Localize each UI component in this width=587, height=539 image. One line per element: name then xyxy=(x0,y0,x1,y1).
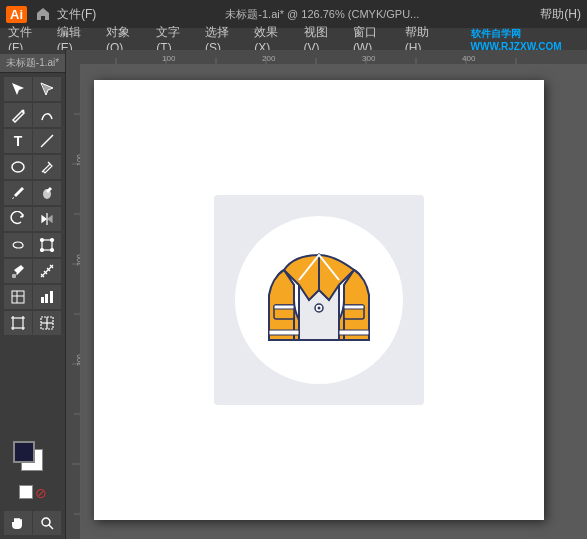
svg-rect-21 xyxy=(50,291,53,303)
rotate-tool[interactable] xyxy=(4,207,32,231)
svg-line-35 xyxy=(49,525,53,529)
eyedropper-tool[interactable] xyxy=(4,259,32,283)
artboard-content xyxy=(94,80,544,520)
hand-tool[interactable] xyxy=(4,511,32,535)
tool-row-9 xyxy=(4,285,61,309)
tool-row-6 xyxy=(4,207,61,231)
ellipse-tool[interactable] xyxy=(4,155,32,179)
svg-rect-63 xyxy=(269,330,299,335)
artboard xyxy=(94,80,544,520)
menu-bar: 文件(F) 编辑(E) 对象(O) 文字(T) 选择(S) 效果(X) 视图(V… xyxy=(0,28,587,50)
svg-rect-10 xyxy=(12,274,16,278)
svg-rect-36 xyxy=(66,50,587,64)
ai-logo: Ai xyxy=(6,6,27,23)
svg-line-1 xyxy=(41,135,53,147)
home-icon xyxy=(35,6,51,22)
tab-document[interactable]: 未标题-1.ai* xyxy=(6,57,59,68)
tool-row-4 xyxy=(4,155,61,179)
toolbar: 未标题-1.ai* T xyxy=(0,50,66,539)
svg-point-34 xyxy=(42,518,50,526)
svg-point-70 xyxy=(318,307,321,310)
foreground-color-swatch[interactable] xyxy=(13,441,35,463)
svg-point-8 xyxy=(41,249,44,252)
tool-row-8 xyxy=(4,259,61,283)
svg-rect-5 xyxy=(42,240,52,250)
svg-point-0 xyxy=(22,110,25,113)
color-area: ⊘ xyxy=(9,437,57,505)
svg-text:100: 100 xyxy=(162,54,176,63)
default-colors-icon[interactable] xyxy=(19,485,33,499)
svg-rect-68 xyxy=(344,305,364,309)
vest-circle xyxy=(235,216,403,384)
svg-rect-20 xyxy=(45,294,48,303)
chart-tool[interactable] xyxy=(33,285,61,309)
title-label: 未标题-1.ai* @ 126.76% (CMYK/GPU... xyxy=(104,7,540,22)
tool-row-3: T xyxy=(4,129,61,153)
tool-row-7 xyxy=(4,233,61,257)
svg-rect-66 xyxy=(274,305,294,309)
none-color-icon[interactable]: ⊘ xyxy=(35,485,47,501)
svg-text:300: 300 xyxy=(76,354,81,366)
svg-rect-64 xyxy=(339,330,369,335)
ruler-horizontal: 100 200 300 400 xyxy=(66,50,587,64)
svg-text:100: 100 xyxy=(76,154,81,166)
tab-area: 未标题-1.ai* xyxy=(0,54,65,73)
ruler-vertical: 100 200 300 xyxy=(66,64,80,539)
free-transform-tool[interactable] xyxy=(33,233,61,257)
select-tool[interactable] xyxy=(4,77,32,101)
main-area: 未标题-1.ai* T xyxy=(0,50,587,539)
type-tool[interactable]: T xyxy=(4,129,32,153)
menu-label-help: 帮助(H) xyxy=(540,6,581,23)
tool-row-1 xyxy=(4,77,61,101)
slice-tool[interactable] xyxy=(33,311,61,335)
curvature-tool[interactable] xyxy=(33,103,61,127)
svg-text:300: 300 xyxy=(362,54,376,63)
svg-rect-22 xyxy=(13,318,23,328)
tool-row-hand xyxy=(4,511,61,535)
svg-point-2 xyxy=(12,162,24,172)
paintbrush-tool[interactable] xyxy=(4,181,32,205)
tool-row-5 xyxy=(4,181,61,205)
canvas-area[interactable]: 100 200 300 400 100 200 300 xyxy=(66,50,587,539)
vest-icon xyxy=(264,240,374,360)
svg-point-6 xyxy=(41,239,44,242)
blob-brush-tool[interactable] xyxy=(33,181,61,205)
tool-row-10 xyxy=(4,311,61,335)
pen-tool[interactable] xyxy=(4,103,32,127)
svg-text:200: 200 xyxy=(262,54,276,63)
direct-select-tool[interactable] xyxy=(33,77,61,101)
artboard-tool[interactable] xyxy=(4,311,32,335)
menu-label-file: 文件(F) xyxy=(57,6,96,23)
pencil-tool[interactable] xyxy=(33,155,61,179)
reflect-tool[interactable] xyxy=(33,207,61,231)
svg-point-7 xyxy=(51,239,54,242)
measure-tool[interactable] xyxy=(33,259,61,283)
svg-text:200: 200 xyxy=(76,254,81,266)
tool-row-2 xyxy=(4,103,61,127)
watermark-header: 软件自学网 WWW.RJZXW.COM xyxy=(471,27,583,52)
color-icons-row: ⊘ xyxy=(19,485,47,501)
svg-rect-16 xyxy=(12,291,24,303)
svg-point-9 xyxy=(51,249,54,252)
vest-card xyxy=(214,195,424,405)
line-tool[interactable] xyxy=(33,129,61,153)
svg-rect-50 xyxy=(66,64,80,539)
zoom-tool[interactable] xyxy=(33,511,61,535)
svg-text:400: 400 xyxy=(462,54,476,63)
color-swatches[interactable] xyxy=(13,441,53,481)
mesh-tool[interactable] xyxy=(4,285,32,309)
warp-tool[interactable] xyxy=(4,233,32,257)
svg-rect-19 xyxy=(41,297,44,303)
